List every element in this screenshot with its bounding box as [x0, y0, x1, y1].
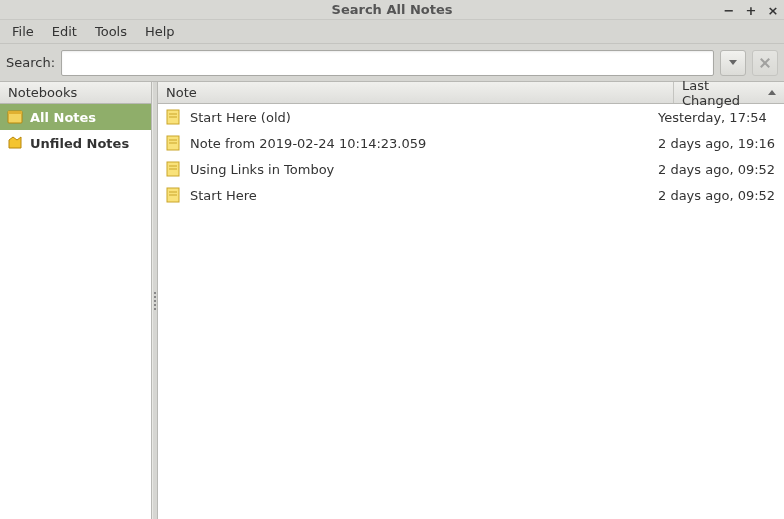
main-split: Notebooks All Notes Unfiled Notes Not [0, 82, 784, 519]
minimize-button[interactable]: − [722, 3, 736, 18]
unfiled-icon [6, 134, 24, 152]
menu-bar: File Edit Tools Help [0, 20, 784, 44]
sidebar-header[interactable]: Notebooks [0, 82, 151, 103]
search-input[interactable] [61, 50, 714, 76]
note-icon [164, 108, 182, 126]
sidebar-item-unfiled-notes[interactable]: Unfiled Notes [0, 130, 151, 156]
note-changed: 2 days ago, 09:52 [658, 188, 778, 203]
window-title: Search All Notes [332, 2, 453, 17]
menu-file[interactable]: File [4, 21, 42, 42]
menu-help[interactable]: Help [137, 21, 183, 42]
column-note-label: Note [166, 85, 197, 100]
app-window: Search All Notes − + × File Edit Tools H… [0, 0, 784, 519]
column-changed-label: Last Changed [682, 78, 762, 108]
note-name: Note from 2019-02-24 10:14:23.059 [190, 136, 650, 151]
search-label: Search: [6, 55, 55, 70]
sidebar: Notebooks All Notes Unfiled Notes [0, 82, 152, 519]
title-bar: Search All Notes − + × [0, 0, 784, 20]
svg-rect-1 [8, 111, 22, 114]
menu-tools[interactable]: Tools [87, 21, 135, 42]
note-row[interactable]: Start Here (old) Yesterday, 17:54 [158, 104, 784, 130]
note-row[interactable]: Note from 2019-02-24 10:14:23.059 2 days… [158, 130, 784, 156]
sort-ascending-icon [768, 90, 776, 95]
note-name: Using Links in Tomboy [190, 162, 650, 177]
note-name: Start Here (old) [190, 110, 650, 125]
note-row[interactable]: Start Here 2 days ago, 09:52 [158, 182, 784, 208]
note-changed: Yesterday, 17:54 [658, 110, 778, 125]
column-last-changed[interactable]: Last Changed [674, 82, 784, 103]
note-icon [164, 160, 182, 178]
sidebar-item-label: Unfiled Notes [30, 136, 129, 151]
clear-search-button[interactable] [752, 50, 778, 76]
chevron-down-icon [729, 60, 737, 65]
sidebar-item-label: All Notes [30, 110, 96, 125]
note-changed: 2 days ago, 19:16 [658, 136, 778, 151]
note-icon [164, 186, 182, 204]
search-toolbar: Search: [0, 44, 784, 82]
note-icon [164, 134, 182, 152]
grip-icon [154, 291, 156, 311]
notebook-icon [6, 108, 24, 126]
note-name: Start Here [190, 188, 650, 203]
maximize-button[interactable]: + [744, 3, 758, 18]
close-button[interactable]: × [766, 3, 780, 18]
window-controls: − + × [722, 0, 780, 20]
notes-header-row: Note Last Changed [158, 82, 784, 104]
note-row[interactable]: Using Links in Tomboy 2 days ago, 09:52 [158, 156, 784, 182]
note-changed: 2 days ago, 09:52 [658, 162, 778, 177]
search-dropdown-button[interactable] [720, 50, 746, 76]
notes-pane: Note Last Changed Start Here (old) Yeste… [158, 82, 784, 519]
sidebar-item-all-notes[interactable]: All Notes [0, 104, 151, 130]
clear-icon [759, 57, 771, 69]
column-note[interactable]: Note [158, 82, 674, 103]
sidebar-header-row: Notebooks [0, 82, 151, 104]
menu-edit[interactable]: Edit [44, 21, 85, 42]
